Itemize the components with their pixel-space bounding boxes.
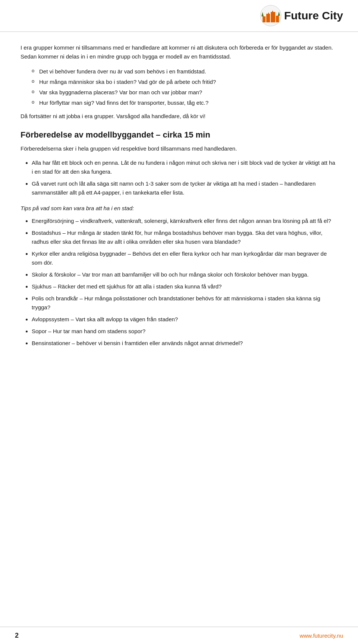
- logo-area: Future City: [260, 4, 343, 27]
- page: Future City I era grupper kommer ni till…: [0, 0, 358, 644]
- footer: 2 www.futurecity.nu: [0, 626, 358, 644]
- tips-item-2: Bostadshus – Hur många är staden tänkt f…: [32, 228, 337, 246]
- tips-list: Energiförsörjning – vindkraftverk, vatte…: [21, 217, 337, 348]
- footer-url: www.futurecity.nu: [300, 632, 343, 639]
- bullet-item-1: Det vi behöver fundera över nu är vad so…: [32, 67, 337, 76]
- logo-title: Future City: [284, 9, 343, 22]
- logo-icon: [260, 4, 282, 27]
- dot-list: Alla har fått ett block och en penna. Lå…: [21, 158, 337, 197]
- tips-item-9: Bensinstationer – behöver vi bensin i fr…: [32, 339, 337, 348]
- dot-item-2: Gå varvet runt och låt alla säga sitt na…: [32, 179, 337, 197]
- section-sub-text: Förberedelserna sker i hela gruppen vid …: [21, 144, 337, 153]
- svg-rect-1: [263, 16, 266, 22]
- bullet-item-3: Var ska byggnaderna placeras? Var bor ma…: [32, 88, 337, 97]
- bullet-list: Det vi behöver fundera över nu är vad so…: [32, 67, 337, 107]
- svg-rect-5: [268, 13, 269, 14]
- main-content: I era grupper kommer ni tillsammans med …: [0, 43, 358, 348]
- tips-item-8: Sopor – Hur tar man hand om stadens sopo…: [32, 327, 337, 336]
- page-number: 2: [15, 632, 19, 640]
- svg-rect-2: [266, 14, 270, 22]
- logo-text-area: Future City: [284, 9, 343, 22]
- svg-rect-3: [271, 12, 275, 22]
- svg-rect-6: [272, 11, 273, 12]
- svg-rect-4: [276, 16, 279, 22]
- tips-item-7: Avloppssystem – Vart ska allt avlopp ta …: [32, 315, 337, 324]
- bullet-item-4: Hur förflyttar man sig? Vad finns det fö…: [32, 98, 337, 107]
- tips-heading: Tips på vad som kan vara bra att ha i en…: [21, 204, 337, 213]
- section-heading: Förberedelse av modellbyggandet – cirka …: [21, 130, 337, 141]
- bullet-item-2: Hur många människor ska bo i staden? Vad…: [32, 78, 337, 86]
- tips-item-6: Polis och brandkår – Hur många polisstat…: [32, 294, 337, 312]
- dot-item-1: Alla har fått ett block och en penna. Lå…: [32, 158, 337, 176]
- continuation-text: Då fortsätter ni att jobba i era grupper…: [21, 112, 337, 121]
- tips-item-5: Sjukhus – Räcker det med ett sjukhus för…: [32, 282, 337, 291]
- tips-item-4: Skolor & förskolor – Var tror man att ba…: [32, 270, 337, 279]
- header: Future City: [0, 0, 358, 32]
- tips-item-3: Kyrkor eller andra religiösa byggnader –…: [32, 249, 337, 267]
- tips-item-1: Energiförsörjning – vindkraftverk, vatte…: [32, 217, 337, 225]
- intro-paragraph: I era grupper kommer ni tillsammans med …: [21, 43, 337, 61]
